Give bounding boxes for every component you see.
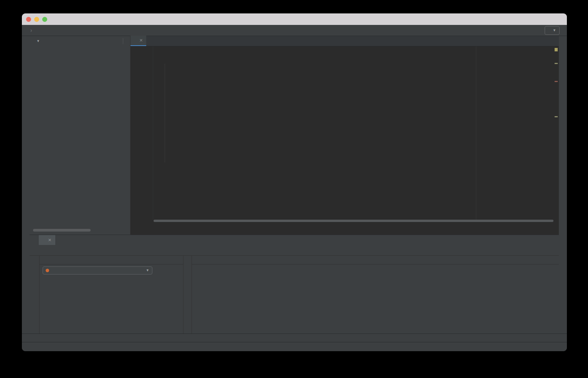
chevron-down-icon[interactable]: ▼	[36, 39, 40, 43]
breadcrumb-separator-icon: ›	[30, 27, 32, 33]
watches-toolbar	[183, 256, 192, 334]
left-tool-window-bar	[22, 36, 30, 334]
gutter-divider	[153, 46, 153, 220]
error-stripe[interactable]	[553, 46, 559, 220]
zoom-window-button[interactable]	[42, 17, 47, 22]
thread-selector-row: ▼	[40, 265, 183, 276]
right-margin-guide	[476, 46, 476, 220]
tool-window-button-favorites[interactable]	[22, 300, 30, 301]
code-area[interactable]	[130, 46, 559, 220]
project-panel-header: ▼	[30, 36, 130, 46]
frames-panel: ▼	[40, 256, 183, 334]
tool-window-bottom-bar	[22, 334, 567, 342]
horizontal-scrollbar[interactable]	[33, 229, 91, 232]
editor-tab-handler[interactable]: ✕	[130, 36, 146, 46]
editor: ✕	[130, 36, 559, 235]
warning-stripe-mark[interactable]	[555, 116, 558, 117]
indent-guide	[165, 64, 165, 163]
close-session-icon[interactable]: ✕	[48, 238, 51, 243]
titlebar	[22, 13, 567, 25]
status-bar	[22, 342, 567, 351]
minimize-window-button[interactable]	[34, 17, 39, 22]
stripe-mark[interactable]	[555, 81, 558, 82]
debug-header: ✕	[30, 235, 559, 245]
variables-header	[192, 256, 559, 265]
pycharm-window: › ▼	[22, 13, 567, 351]
close-window-button[interactable]	[26, 17, 31, 22]
navigation-bar: › ▼	[22, 25, 567, 36]
chevron-down-icon: ▼	[146, 268, 149, 272]
chevron-down-icon: ▼	[553, 28, 556, 32]
right-tool-window-bar	[558, 36, 567, 334]
warning-stripe-mark[interactable]	[555, 63, 558, 64]
project-tree	[30, 46, 130, 47]
thread-select[interactable]: ▼	[43, 266, 152, 274]
horizontal-scrollbar[interactable]	[154, 220, 553, 222]
thread-status-icon	[46, 269, 49, 272]
editor-tab-bar: ✕	[130, 36, 559, 46]
debug-session-tab[interactable]: ✕	[39, 235, 55, 245]
frames-header	[40, 256, 183, 265]
debug-side-toolbar	[30, 256, 40, 334]
debug-toolbar	[30, 245, 559, 256]
run-configuration-select[interactable]: ▼	[545, 26, 560, 35]
tool-window-button-sciview[interactable]	[559, 40, 567, 41]
frame-list	[40, 276, 183, 334]
variables-panel	[192, 256, 559, 334]
project-panel: ▼	[30, 36, 130, 235]
close-tab-icon[interactable]: ✕	[139, 38, 143, 43]
window-controls	[26, 17, 47, 22]
tool-window-button-structure[interactable]	[22, 262, 30, 264]
tool-window-button-project[interactable]	[22, 39, 30, 41]
breadcrumb: ›	[26, 27, 37, 33]
debug-tool-window: ✕	[30, 235, 559, 334]
inspection-indicator[interactable]	[555, 48, 558, 51]
tool-window-button-database[interactable]	[559, 72, 567, 74]
variable-list	[192, 265, 559, 266]
